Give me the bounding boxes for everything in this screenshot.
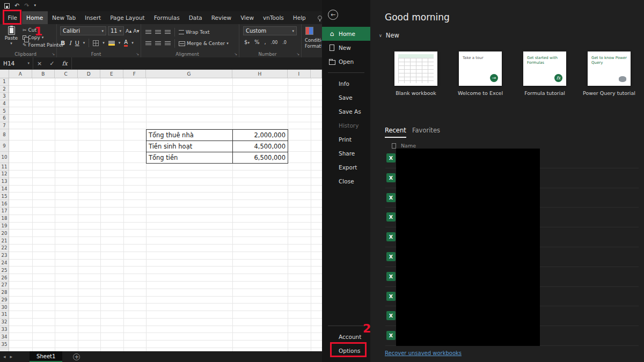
currency-icon[interactable]: $▾: [244, 39, 250, 45]
recover-workbooks-link[interactable]: Recover unsaved workbooks: [385, 350, 462, 356]
tab-recent[interactable]: Recent: [385, 127, 406, 138]
row-header[interactable]: 23: [0, 252, 9, 260]
wrap-text-button[interactable]: Wrap Text: [179, 29, 210, 35]
font-name-select[interactable]: Calibri▾: [60, 26, 106, 35]
formula-input[interactable]: [71, 57, 322, 69]
backstage-nav-export[interactable]: Export: [322, 160, 370, 174]
row-header[interactable]: 8: [0, 129, 9, 141]
template-card[interactable]: Take a tour→Welcome to Excel: [448, 51, 513, 96]
font-dialog-launcher-icon[interactable]: ↘: [136, 52, 139, 56]
row-header[interactable]: 20: [0, 230, 9, 237]
column-header[interactable]: A: [9, 70, 32, 78]
add-sheet-icon[interactable]: +: [73, 353, 80, 360]
align-center-icon[interactable]: [155, 41, 161, 46]
column-header[interactable]: H: [232, 70, 288, 78]
row-header[interactable]: 32: [0, 319, 9, 326]
backstage-nav-home[interactable]: ⌂Home: [322, 27, 370, 41]
redo-icon[interactable]: ↷: [24, 3, 29, 9]
sheet-prev-icon[interactable]: ◂: [3, 354, 6, 359]
row-header[interactable]: 16: [0, 200, 9, 208]
shrink-font-icon[interactable]: A▾: [133, 28, 139, 34]
align-left-icon[interactable]: [145, 41, 151, 46]
borders-dropdown-icon[interactable]: ▾: [103, 41, 105, 45]
backstage-nav-print[interactable]: Print: [322, 132, 370, 146]
row-header[interactable]: 10: [0, 152, 9, 163]
alignment-dialog-launcher-icon[interactable]: ↘: [234, 52, 237, 56]
row-header[interactable]: 31: [0, 311, 9, 319]
column-header[interactable]: D: [78, 70, 101, 78]
template-card[interactable]: Get to know Power QueryPower Query tutor…: [577, 51, 641, 96]
grid-cells[interactable]: [9, 78, 322, 351]
row-header[interactable]: 35: [0, 341, 9, 348]
ribbon-tab-new-tab[interactable]: New Tab: [48, 11, 80, 24]
column-header[interactable]: I: [288, 70, 311, 78]
template-card[interactable]: Get started with FormulasfxFormula tutor…: [513, 51, 577, 96]
row-header[interactable]: 29: [0, 297, 9, 304]
row-header[interactable]: 6: [0, 115, 9, 122]
row-header[interactable]: 14: [0, 186, 9, 193]
back-button[interactable]: ←: [328, 10, 338, 20]
table-cell-label[interactable]: Tổng tiền: [147, 152, 233, 164]
row-header[interactable]: 5: [0, 107, 9, 115]
name-box-dropdown-icon[interactable]: ▾: [27, 61, 30, 65]
percent-icon[interactable]: %: [254, 39, 260, 45]
backstage-nav-open[interactable]: Open: [322, 55, 370, 69]
ribbon-tab-vntools[interactable]: vnTools: [259, 11, 289, 24]
sheet-next-icon[interactable]: ▸: [10, 354, 13, 359]
backstage-nav-share[interactable]: Share: [322, 146, 370, 160]
row-header[interactable]: 24: [0, 260, 9, 267]
row-header[interactable]: 33: [0, 326, 9, 334]
ribbon-tab-review[interactable]: Review: [207, 11, 236, 24]
undo-icon[interactable]: ↶: [14, 3, 19, 9]
paste-button[interactable]: Paste ▾: [2, 26, 20, 49]
grow-font-icon[interactable]: A▴: [126, 28, 131, 34]
fill-color-icon[interactable]: [108, 41, 115, 46]
row-header[interactable]: 2: [0, 86, 9, 93]
align-top-icon[interactable]: [145, 30, 151, 35]
fill-color-dropdown-icon[interactable]: ▾: [119, 41, 121, 45]
row-header[interactable]: 19: [0, 223, 9, 230]
backstage-nav-info[interactable]: Info: [322, 77, 370, 91]
new-section-header[interactable]: ∨ New: [379, 32, 399, 39]
column-header[interactable]: G: [146, 70, 232, 78]
decrease-decimal-icon[interactable]: .0: [282, 40, 287, 45]
qat-customize-icon[interactable]: ▾: [34, 4, 36, 8]
align-middle-icon[interactable]: [155, 30, 161, 35]
ribbon-tab-page-layout[interactable]: Page Layout: [106, 11, 149, 24]
sheet-tab-sheet1[interactable]: Sheet1: [30, 351, 62, 362]
row-header[interactable]: 28: [0, 289, 9, 297]
merge-center-button[interactable]: Merge & Center▾: [179, 41, 229, 46]
row-header[interactable]: 9: [0, 141, 9, 152]
name-box[interactable]: H14 ▾: [0, 57, 33, 69]
row-header[interactable]: 18: [0, 215, 9, 223]
font-color-icon[interactable]: A: [124, 39, 128, 47]
borders-icon[interactable]: [93, 40, 99, 46]
table-cell-value[interactable]: 6,500,000: [233, 152, 288, 164]
row-header[interactable]: 4: [0, 100, 9, 108]
italic-button[interactable]: I: [69, 40, 71, 47]
cancel-icon[interactable]: ×: [33, 57, 46, 69]
ribbon-tab-insert[interactable]: Insert: [80, 11, 106, 24]
tab-favorites[interactable]: Favorites: [412, 127, 440, 134]
ribbon-tab-data[interactable]: Data: [184, 11, 207, 24]
select-all-corner[interactable]: [0, 70, 9, 78]
column-header[interactable]: C: [55, 70, 78, 78]
row-header[interactable]: 12: [0, 171, 9, 178]
comma-icon[interactable]: ,: [264, 39, 266, 45]
underline-dropdown-icon[interactable]: ▾: [83, 41, 85, 45]
backstage-nav-close[interactable]: Close: [322, 174, 370, 188]
row-header[interactable]: 17: [0, 208, 9, 215]
clipboard-dialog-launcher-icon[interactable]: ↘: [52, 52, 55, 56]
underline-button[interactable]: U: [75, 40, 79, 47]
ribbon-tab-formulas[interactable]: Formulas: [149, 11, 184, 24]
row-header[interactable]: 27: [0, 282, 9, 289]
row-header[interactable]: 22: [0, 245, 9, 252]
row-header[interactable]: 7: [0, 122, 9, 130]
conditional-formatting-group[interactable]: Conditional Formatting: [302, 24, 321, 57]
table-row[interactable]: Tổng tiền6,500,000: [147, 152, 288, 164]
row-header[interactable]: 11: [0, 163, 9, 171]
row-header[interactable]: 30: [0, 304, 9, 311]
row-header[interactable]: 26: [0, 274, 9, 282]
ribbon-tab-view[interactable]: View: [236, 11, 259, 24]
ribbon-tab-home[interactable]: Home: [22, 11, 48, 24]
